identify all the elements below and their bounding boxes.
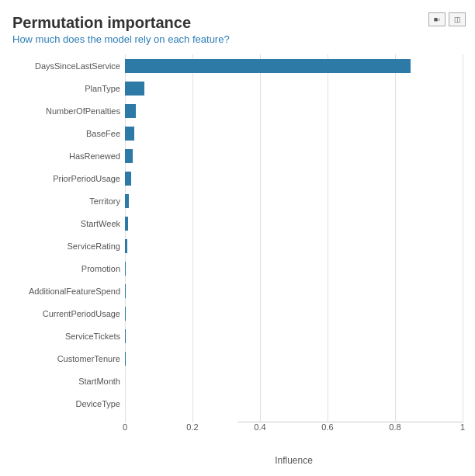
- view-icons: ■▫ ◫: [428, 12, 466, 26]
- y-label: PriorPeriodUsage: [53, 167, 120, 189]
- y-label: PlanType: [85, 77, 120, 99]
- bar: [125, 239, 127, 253]
- y-label: ServiceTickets: [65, 325, 120, 347]
- bar-row: [125, 99, 463, 122]
- y-label: HasRenewed: [69, 144, 120, 167]
- chart-inner: DaysSinceLastServicePlanTypeNumberOfPena…: [12, 54, 463, 422]
- y-label: DeviceType: [76, 392, 120, 415]
- bar: [125, 82, 144, 96]
- y-label: ServiceRating: [68, 235, 120, 257]
- bar-row: [125, 325, 463, 347]
- y-label: AdditionalFeatureSpend: [29, 280, 120, 302]
- chart-title: Permutation importance: [12, 14, 463, 32]
- bar-row: [125, 257, 463, 280]
- y-axis-labels: DaysSinceLastServicePlanTypeNumberOfPena…: [12, 54, 125, 422]
- x-axis-labels-container: 00.20.40.60.81: [125, 422, 463, 441]
- x-tick-label: 0: [123, 422, 127, 432]
- x-tick-label: 0.6: [321, 422, 333, 432]
- bar-row: [125, 212, 463, 235]
- bar-row: [125, 167, 463, 189]
- x-axis-title: Influence: [125, 455, 463, 466]
- bar-row: [125, 347, 463, 370]
- bar-row: [125, 122, 463, 144]
- y-label: DaysSinceLastService: [35, 54, 120, 77]
- y-label: CustomerTenure: [57, 347, 120, 370]
- y-label: StartMonth: [78, 370, 120, 392]
- y-label: Promotion: [81, 257, 120, 280]
- bar: [125, 127, 134, 141]
- bar: [125, 149, 133, 163]
- chart-subtitle: How much does the model rely on each fea…: [12, 33, 463, 45]
- bar-row: [125, 392, 463, 415]
- x-tick-label: 0.2: [186, 422, 198, 432]
- bar-row: [125, 235, 463, 257]
- grid-line: [463, 54, 463, 422]
- bar-row: [125, 280, 463, 302]
- y-label: CurrentPeriodUsage: [43, 302, 120, 325]
- single-view-button[interactable]: ■▫: [428, 12, 446, 26]
- bar: [125, 172, 131, 186]
- bar: [125, 194, 129, 208]
- y-label: StartWeek: [81, 212, 120, 235]
- y-label: BaseFee: [86, 122, 120, 144]
- split-view-button[interactable]: ◫: [449, 12, 466, 26]
- bar-row: [125, 189, 463, 212]
- chart-area: DaysSinceLastServicePlanTypeNumberOfPena…: [12, 54, 463, 466]
- bars-rows: [125, 54, 463, 422]
- bar-row: [125, 54, 463, 77]
- bars-section: [125, 54, 463, 422]
- bar: [125, 59, 411, 73]
- bar-row: [125, 77, 463, 99]
- bar: [125, 104, 136, 118]
- bar-row: [125, 144, 463, 167]
- x-tick-label: 0.4: [254, 422, 265, 432]
- bar: [125, 217, 128, 231]
- bar-row: [125, 370, 463, 392]
- x-tick-label: 1: [460, 422, 465, 432]
- x-tick-label: 0.8: [389, 422, 400, 432]
- bar-row: [125, 302, 463, 325]
- y-label: NumberOfPenalties: [46, 99, 120, 122]
- y-label: Territory: [89, 189, 120, 212]
- bar: [125, 262, 126, 276]
- main-container: Permutation importance How much does the…: [0, 0, 475, 476]
